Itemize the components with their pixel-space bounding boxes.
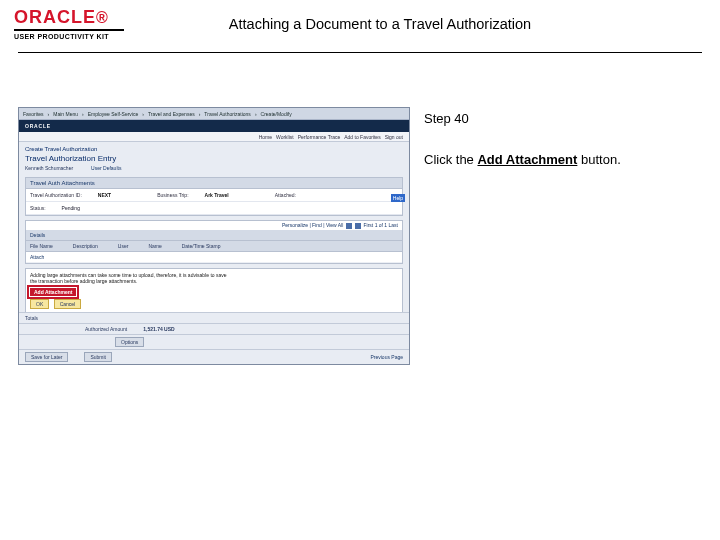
auth-amount-value: 1,521.74 USD (143, 326, 174, 332)
totals-label: Totals (25, 315, 38, 321)
download-icon (355, 223, 361, 229)
thumb-subnav: Home Worklist Performance Trace Add to F… (19, 132, 409, 142)
instruction-prefix: Click the (424, 152, 477, 167)
thumb-brand: ORACLE (19, 120, 409, 132)
oracle-logo-text: ORACLE (14, 7, 96, 27)
attach-link: Attach (30, 254, 44, 260)
add-attachment-button[interactable]: Add Attachment (30, 288, 76, 296)
thumb-user-defaults: User Defaults (91, 165, 121, 171)
thumb-user-name: Kenneth Schumacher (25, 165, 73, 171)
grid-icon (346, 223, 352, 229)
thumb-message-box: Adding large attachments can take some t… (25, 268, 403, 313)
thumb-details-grid: Personalize | Find | View All First 1 of… (25, 220, 403, 264)
oracle-logo-block: ORACLE® USER PRODUCTIVITY KIT (14, 8, 124, 40)
thumb-panel-title: Travel Auth Attachments (26, 178, 402, 189)
help-icon: Help (391, 194, 405, 202)
thumb-attachments-panel: Travel Auth Attachments Travel Authoriza… (25, 177, 403, 216)
submit-button: Submit (84, 352, 112, 362)
instruction-suffix: button. (577, 152, 620, 167)
thumb-title-small: Create Travel Authorization (25, 146, 403, 152)
thumb-footer: Totals Authorized Amount 1,521.74 USD Op… (19, 312, 409, 364)
previous-page-link: Previous Page (370, 354, 403, 360)
oracle-logo: ORACLE® (14, 8, 124, 26)
save-for-later-button: Save for Later (25, 352, 68, 362)
options-button: Options (115, 337, 144, 347)
app-screenshot-thumbnail: Favorites› Main Menu› Employee Self-Serv… (18, 107, 410, 365)
ok-button[interactable]: OK (30, 299, 49, 309)
auth-amount-label: Authorized Amount (85, 326, 127, 332)
instruction-bold: Add Attachment (477, 152, 577, 167)
upk-label: USER PRODUCTIVITY KIT (14, 33, 124, 40)
thumb-breadcrumb: Favorites› Main Menu› Employee Self-Serv… (19, 108, 409, 120)
instruction-text: Click the Add Attachment button. (424, 148, 702, 171)
step-label: Step 40 (424, 107, 702, 130)
cancel-button[interactable]: Cancel (54, 299, 82, 309)
thumb-title-big: Travel Authorization Entry (25, 154, 403, 163)
page-title: Attaching a Document to a Travel Authori… (124, 16, 706, 32)
logo-underline (14, 29, 124, 31)
